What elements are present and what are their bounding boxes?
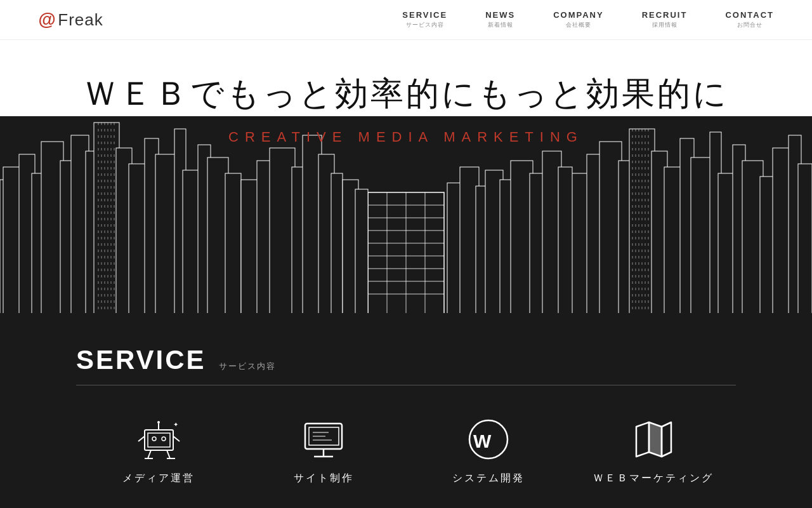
service-section: SERVICE サービス内容 (0, 319, 812, 508)
svg-rect-42 (798, 164, 812, 319)
hero-headline: ＷＥＢでもっと効率的にもっと効果的に (84, 72, 729, 116)
service-label-system: システム開発 (452, 472, 525, 485)
system-icon: W (463, 417, 514, 462)
site-icon (298, 417, 349, 462)
logo-name: Freak (58, 10, 103, 30)
service-item-system: W システム開発 (425, 417, 552, 485)
service-item-site: サイト制作 (260, 417, 387, 485)
service-title: SERVICE (76, 345, 206, 375)
svg-point-90 (162, 437, 166, 441)
svg-point-89 (152, 437, 156, 441)
media-icon: ✦ (133, 417, 184, 462)
svg-rect-80 (0, 313, 812, 319)
svg-rect-70 (355, 189, 368, 319)
service-item-media: ✦ メディア運営 (95, 417, 222, 485)
svg-rect-55 (331, 173, 343, 319)
svg-line-88 (173, 436, 180, 441)
service-item-marketing: ＷＥＢマーケティング (590, 417, 717, 485)
svg-rect-82 (148, 433, 170, 447)
nav-company[interactable]: COMPANY 会社概要 (553, 10, 603, 29)
marketing-icon (628, 417, 679, 462)
svg-marker-105 (662, 422, 671, 457)
svg-marker-104 (649, 422, 662, 457)
svg-text:✦: ✦ (173, 421, 178, 428)
service-header: SERVICE サービス内容 (76, 345, 736, 385)
svg-line-83 (148, 450, 151, 458)
header: @ Freak SERVICE サービス内容 NEWS 新着情報 COMPANY… (0, 0, 812, 40)
svg-rect-10 (94, 123, 119, 319)
nav-contact[interactable]: CONTACT お問合せ (725, 10, 774, 29)
nav-news[interactable]: NEWS 新着情報 (485, 10, 515, 29)
svg-text:W: W (473, 431, 492, 451)
svg-line-87 (138, 436, 145, 441)
svg-marker-103 (636, 422, 649, 457)
svg-rect-19 (225, 173, 241, 319)
logo[interactable]: @ Freak (38, 10, 103, 30)
main-nav: SERVICE サービス内容 NEWS 新着情報 COMPANY 会社概要 RE… (402, 10, 774, 29)
logo-at-symbol: @ (38, 10, 55, 30)
service-subtitle: サービス内容 (219, 361, 276, 372)
service-label-media: メディア運営 (122, 472, 195, 485)
svg-line-84 (167, 450, 170, 458)
service-label-site: サイト制作 (294, 472, 354, 485)
nav-service[interactable]: SERVICE サービス内容 (402, 10, 447, 29)
svg-point-92 (157, 421, 160, 424)
hero-section: ＷＥＢでもっと効率的にもっと効果的に CREATIVE MEDIA MARKET… (0, 40, 812, 319)
cityscape-illustration (0, 116, 812, 319)
svg-rect-51 (270, 148, 295, 319)
svg-rect-79 (558, 167, 572, 319)
service-grid: ✦ メディア運営 サイト制作 (76, 417, 736, 485)
nav-recruit[interactable]: RECRUIT 採用情報 (642, 10, 688, 29)
hero-tagline: CREATIVE MEDIA MARKETING (228, 129, 584, 145)
service-label-marketing: ＷＥＢマーケティング (593, 472, 714, 485)
